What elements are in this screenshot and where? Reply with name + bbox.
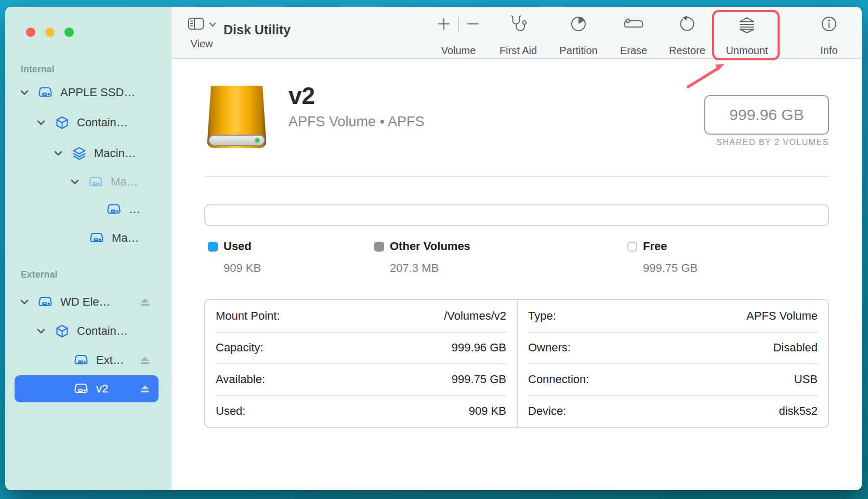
restore-undo-icon — [678, 15, 696, 35]
info-button[interactable]: Info — [808, 14, 850, 57]
table-row: Connection:USB — [518, 363, 828, 395]
table-row: Device:disk5s2 — [518, 395, 828, 427]
legend-free: Free 999.75 GB — [627, 240, 698, 275]
free-value: 999.75 GB — [643, 261, 698, 275]
table-row: Used:909 KB — [205, 395, 517, 427]
detail-value: 999.96 GB — [452, 341, 506, 354]
free-label: Free — [643, 240, 667, 253]
detail-value: 909 KB — [469, 404, 506, 418]
disk-icon — [37, 296, 54, 308]
chevron-down-icon[interactable] — [52, 150, 64, 156]
container-box-icon — [54, 324, 70, 338]
chevron-down-icon[interactable] — [18, 299, 31, 305]
sidebar-item-label: v2 — [96, 382, 108, 396]
detail-label: Used: — [216, 404, 245, 418]
restore-label: Restore — [669, 45, 705, 57]
first-aid-button[interactable]: First Aid — [490, 14, 547, 57]
disk-icon — [37, 86, 54, 99]
close-button[interactable] — [26, 28, 35, 37]
chevron-down-icon[interactable] — [35, 120, 47, 126]
container-box-icon — [54, 116, 70, 129]
sidebar-item-label: APPLE SSD… — [60, 86, 135, 99]
volume-button-group: Volume — [427, 14, 490, 57]
restore-button[interactable]: Restore — [661, 14, 713, 57]
chevron-down-icon — [209, 20, 216, 29]
detail-label: Owners: — [528, 341, 571, 354]
erase-button[interactable]: Erase — [610, 14, 657, 57]
external-drive-image — [207, 86, 267, 148]
content-pane: View Disk Utility Volume First Aid Parti… — [172, 7, 862, 490]
erase-disk-icon — [623, 16, 644, 34]
annotation-highlight-box — [712, 10, 780, 60]
detail-label: Capacity: — [216, 341, 264, 354]
erase-label: Erase — [620, 45, 647, 57]
sidebar-item-label: Ma… — [111, 175, 138, 189]
sidebar-item-v2-selected[interactable]: v2 — [15, 375, 159, 402]
detail-value: USB — [794, 373, 818, 386]
sidebar-item-container-internal[interactable]: Contain… — [15, 109, 159, 136]
disk-icon — [73, 383, 89, 395]
table-row: Available:999.75 GB — [205, 363, 517, 395]
sidebar-item-label: WD Ele… — [60, 295, 111, 309]
free-swatch — [627, 242, 637, 252]
sidebar-item-label: Macin… — [94, 147, 136, 160]
used-value: 909 KB — [223, 261, 261, 275]
chevron-down-icon[interactable] — [69, 179, 81, 185]
volume-name: v2 — [288, 82, 315, 110]
detail-value: 999.75 GB — [452, 373, 506, 386]
legend-other-volumes: Other Volumes 207.3 MB — [374, 240, 470, 275]
volume-layers-icon — [71, 147, 87, 160]
stethoscope-icon — [508, 15, 528, 35]
sidebar-item-snapshot[interactable]: … — [15, 196, 159, 223]
table-row: Type:APFS Volume — [518, 300, 828, 332]
detail-label: Device: — [528, 404, 566, 418]
volume-detail-pane: v2 APFS Volume • APFS 999.96 GB SHARED B… — [172, 59, 862, 490]
view-button[interactable]: View — [181, 15, 222, 50]
details-table: Mount Point:/Volumes/v2 Capacity:999.96 … — [204, 299, 829, 428]
sidebar-item-wd-elements[interactable]: WD Ele… — [15, 288, 159, 316]
details-left-column: Mount Point:/Volumes/v2 Capacity:999.96 … — [205, 300, 517, 427]
other-volumes-value: 207.3 MB — [390, 261, 470, 275]
eject-icon[interactable] — [140, 356, 150, 365]
sidebar-item-ext-volume[interactable]: Ext… — [15, 347, 159, 374]
detail-label: Available: — [216, 373, 265, 386]
toolbar-divider — [458, 17, 459, 33]
legend-used: Used 909 KB — [208, 240, 261, 275]
partition-button[interactable]: Partition — [553, 14, 604, 57]
sidebar-item-macintosh-data[interactable]: Ma… — [15, 225, 159, 252]
window-title: Disk Utility — [223, 22, 291, 37]
detail-value: disk5s2 — [779, 404, 818, 418]
sidebar-panel-icon — [188, 17, 204, 33]
zoom-button[interactable] — [64, 28, 74, 37]
sidebar-item-macintosh-hd-group[interactable]: Macin… — [15, 140, 159, 167]
disk-utility-window: Internal APPLE SSD… Contain… Macin… Ma… … — [5, 7, 862, 490]
table-row: Capacity:999.96 GB — [205, 332, 517, 363]
detail-value: Disabled — [773, 341, 818, 354]
details-right-column: Type:APFS Volume Owners:Disabled Connect… — [517, 300, 828, 427]
sidebar-section-external: External — [21, 269, 58, 280]
volume-label: Volume — [441, 45, 476, 57]
other-volumes-label: Other Volumes — [390, 240, 470, 253]
sidebar: Internal APPLE SSD… Contain… Macin… Ma… … — [5, 7, 172, 490]
sidebar-section-internal: Internal — [21, 64, 55, 75]
eject-icon[interactable] — [140, 385, 150, 393]
chevron-down-icon[interactable] — [35, 328, 47, 334]
disk-icon — [106, 203, 122, 216]
eject-icon[interactable] — [140, 298, 150, 307]
sidebar-item-macintosh-hd-faded[interactable]: Ma… — [15, 168, 159, 195]
disk-icon — [87, 176, 104, 188]
add-volume-button[interactable] — [437, 17, 451, 33]
detail-label: Type: — [528, 309, 556, 323]
storage-usage-bar — [204, 204, 829, 226]
used-swatch — [208, 242, 218, 252]
remove-volume-button[interactable] — [466, 17, 480, 33]
table-row: Mount Point:/Volumes/v2 — [205, 300, 517, 332]
chevron-down-icon[interactable] — [18, 89, 31, 96]
minimize-button[interactable] — [45, 28, 55, 37]
sidebar-item-apple-ssd[interactable]: APPLE SSD… — [15, 79, 159, 106]
detail-label: Connection: — [528, 373, 589, 386]
volume-subtitle: APFS Volume • APFS — [288, 114, 425, 130]
table-row: Owners:Disabled — [518, 332, 828, 363]
sidebar-item-container-external[interactable]: Contain… — [15, 318, 159, 345]
disk-icon — [73, 354, 89, 366]
